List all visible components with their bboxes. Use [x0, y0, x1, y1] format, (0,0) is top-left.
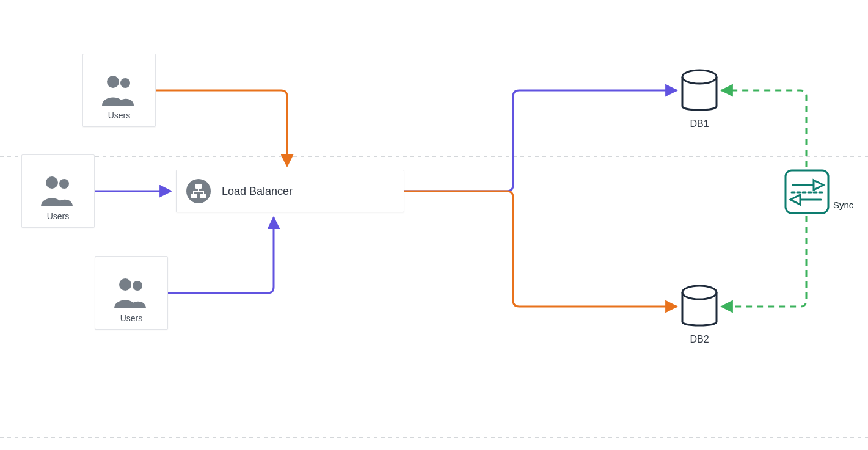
svg-rect-8	[191, 194, 197, 198]
svg-rect-13	[203, 191, 204, 194]
svg-rect-9	[200, 194, 206, 198]
svg-point-4	[119, 278, 131, 291]
users-3-label: Users	[120, 313, 143, 323]
database-icon	[678, 68, 721, 116]
edge-users1-to-lb	[156, 90, 287, 166]
edge-users3-to-lb	[167, 217, 274, 293]
load-balancer-label: Load Balancer	[222, 185, 293, 198]
svg-rect-11	[193, 191, 204, 192]
sync-label: Sync	[833, 200, 853, 210]
users-1-label: Users	[108, 111, 131, 120]
node-users-1[interactable]: Users	[82, 54, 156, 127]
svg-rect-7	[195, 184, 202, 189]
svg-point-15	[682, 286, 717, 299]
diagram-canvas[interactable]: Users Users Users	[0, 0, 868, 450]
svg-point-5	[133, 281, 142, 291]
load-balancer-icon	[185, 178, 212, 205]
sync-icon	[783, 168, 831, 216]
users-2-label: Users	[47, 211, 70, 221]
users-icon	[100, 74, 139, 107]
db2-label: DB2	[678, 334, 721, 345]
node-db1[interactable]: DB1	[678, 68, 721, 129]
node-load-balancer[interactable]: Load Balancer	[176, 170, 404, 212]
edge-lb-to-db2	[404, 191, 677, 307]
svg-rect-12	[193, 191, 194, 194]
svg-point-3	[59, 179, 69, 189]
edge-lb-to-db1	[404, 90, 677, 191]
svg-point-2	[46, 176, 58, 189]
users-icon	[38, 175, 78, 208]
edge-sync-to-db2	[721, 216, 806, 307]
svg-point-1	[120, 78, 130, 88]
node-sync[interactable]: Sync	[783, 168, 850, 218]
node-users-2[interactable]: Users	[21, 154, 95, 228]
edge-sync-to-db1	[721, 90, 806, 167]
node-db2[interactable]: DB2	[678, 284, 721, 345]
svg-point-14	[682, 70, 717, 84]
db1-label: DB1	[678, 118, 721, 129]
svg-point-0	[107, 76, 119, 88]
users-icon	[112, 277, 151, 310]
database-icon	[678, 284, 721, 332]
node-users-3[interactable]: Users	[95, 256, 168, 330]
